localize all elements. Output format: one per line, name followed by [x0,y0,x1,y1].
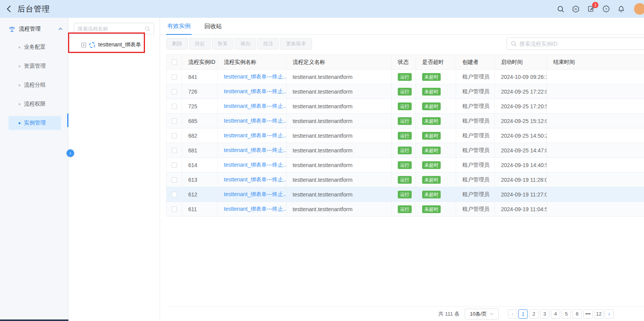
row-checkbox[interactable] [172,89,177,94]
cell-start-time: 2024-10-09 09:26:12 [495,70,547,84]
row-checkbox[interactable] [172,192,177,197]
instance-name-link[interactable]: testtenant_绑表单---终止... [224,73,286,80]
table-row[interactable]: 681 testtenant_绑表单---终止... testtenant.te… [167,143,644,158]
prev-page-button[interactable]: ‹ [508,309,517,319]
cell-start-time: 2024-09-25 14:50:20 [495,128,547,143]
instance-name-link[interactable]: testtenant_绑表单---终止... [224,206,286,213]
ai-assistant-icon[interactable]: AI [572,5,580,13]
instance-name-link[interactable]: testtenant_绑表单---终止... [224,162,286,169]
user-avatar[interactable] [634,3,644,15]
search-icon[interactable] [557,5,564,13]
sidebar-menu-item[interactable]: 业务配置 [9,40,61,54]
cell-definition-name: testtenant.testtenantform [286,172,392,187]
sidebar-menu-item[interactable]: 实例管理 [9,116,61,130]
page-number-button[interactable]: ••• [583,309,593,319]
tab[interactable]: 有效实例 [166,18,192,35]
instance-name-link[interactable]: testtenant_绑表单---终止... [224,191,286,198]
table-row[interactable]: 685 testtenant_绑表单---终止... testtenant.te… [167,114,644,128]
chevron-down-icon [490,312,494,315]
tree-search-input[interactable] [78,26,145,32]
cell-definition-name: testtenant.testtenantform [286,158,392,172]
table-row[interactable]: 841 testtenant_绑表单---终止... testtenant.te… [167,70,644,84]
instance-name-link[interactable]: testtenant_绑表单---终止... [224,132,286,139]
todo-tasks-icon[interactable]: 3 [587,5,595,13]
table-row[interactable]: 613 testtenant_绑表单---终止... testtenant.te… [167,172,644,187]
cell-instance-id: 841 [182,70,218,84]
cell-creator: 租户管理员 [456,202,495,216]
cell-definition-name: testtenant.testtenantform [286,202,392,216]
instance-name-link[interactable]: testtenant_绑表单---终止... [224,147,286,154]
magnifier-icon[interactable] [145,26,150,32]
toolbar-button[interactable]: 恢复 [212,38,233,50]
next-page-button[interactable]: › [605,309,614,319]
sidebar-menu-item[interactable]: 流程分组 [9,78,61,92]
table-row[interactable]: 611 testtenant_绑表单---终止... testtenant.te… [167,202,644,217]
row-checkbox[interactable] [172,162,177,168]
row-checkbox[interactable] [172,148,177,153]
process-status-circle-icon [89,42,95,48]
timeout-badge: 未超时 [422,147,441,154]
sidebar-group-label: 流程管理 [19,26,41,32]
status-badge: 运行 [398,191,412,198]
row-checkbox[interactable] [172,207,177,212]
row-checkbox[interactable] [172,74,177,80]
select-all-checkbox[interactable] [172,60,177,65]
instance-name-link[interactable]: testtenant_绑表单---终止... [224,103,286,110]
page-number-button[interactable]: 1 [518,309,528,319]
page-number-button[interactable]: 4 [551,309,560,319]
status-badge: 运行 [398,176,412,184]
table-row[interactable]: 614 testtenant_绑表单---终止... testtenant.te… [167,158,644,172]
cell-definition-name: testtenant.testtenantform [286,99,392,113]
col-header-definition-name: 流程定义名称 [286,55,392,69]
chevron-up-icon[interactable] [58,27,63,31]
cell-definition-name: testtenant.testtenantform [286,70,392,84]
instance-name-link[interactable]: testtenant_绑表单---终止... [224,176,286,183]
bell-icon[interactable] [617,5,625,13]
workflow-scale-icon [9,26,15,32]
page-title: 后台管理 [17,4,50,14]
bullet-icon [19,103,20,105]
row-checkbox[interactable] [172,104,177,109]
bullet-icon [19,84,20,86]
page-size-select[interactable]: 10条/页 [465,309,499,319]
back-button[interactable] [6,5,11,13]
table-row[interactable]: 726 testtenant_绑表单---终止... testtenant.te… [167,84,644,99]
sidebar-menu-item[interactable]: 流程权限 [9,97,61,111]
instance-name-link[interactable]: testtenant_绑表单---终止... [224,88,286,95]
toolbar-button[interactable]: 删除 [166,38,188,50]
instance-name-link[interactable]: testtenant_绑表单---终止... [224,118,286,125]
row-checkbox[interactable] [172,133,177,138]
table-header: 流程实例ID 流程实例名称 流程定义名称 状态 是否超时 创建者 启动时间 结束… [167,55,644,70]
cell-instance-id: 612 [182,187,218,201]
page-number-button[interactable]: 5 [562,309,571,319]
row-checkbox[interactable] [172,118,177,124]
page-number-button[interactable]: 2 [529,309,538,319]
timeout-badge: 未超时 [422,102,441,110]
toolbar-button[interactable]: 更换版本 [280,38,312,50]
tab[interactable]: 回收站 [203,18,223,35]
expand-plus-icon[interactable] [81,43,86,48]
table-row[interactable]: 612 testtenant_绑表单---终止... testtenant.te… [167,187,644,202]
toolbar-button[interactable]: 批注 [257,38,279,50]
cell-end-time [547,99,644,113]
instance-search-input[interactable] [520,41,644,47]
col-header-timeout: 是否超时 [416,55,456,69]
cell-end-time [547,143,644,157]
table-row[interactable]: 725 testtenant_绑表单---终止... testtenant.te… [167,99,644,114]
tree-node-testtenant[interactable]: testtenant_绑表单 [68,40,160,50]
sidebar-menu-item[interactable]: 资源管理 [9,59,61,73]
page-number-button[interactable]: 6 [572,309,582,319]
sidebar-group-process-management[interactable]: 流程管理 [9,26,63,32]
table-row[interactable]: 682 testtenant_绑表单---终止... testtenant.te… [167,128,644,143]
help-icon[interactable]: ? [602,5,610,13]
cell-end-time [547,128,644,143]
toolbar-button[interactable]: 催办 [235,38,256,50]
row-checkbox[interactable] [172,177,177,183]
toolbar-button[interactable]: 挂起 [189,38,211,50]
cell-definition-name: testtenant.testtenantform [286,128,392,143]
page-number-button[interactable]: 3 [540,309,549,319]
page-number-button[interactable]: 12 [594,309,603,319]
sidebar-bottom-strip [0,319,70,321]
cell-creator: 租户管理员 [456,84,495,99]
sidebar-collapse-button[interactable]: ‹ [66,149,74,157]
